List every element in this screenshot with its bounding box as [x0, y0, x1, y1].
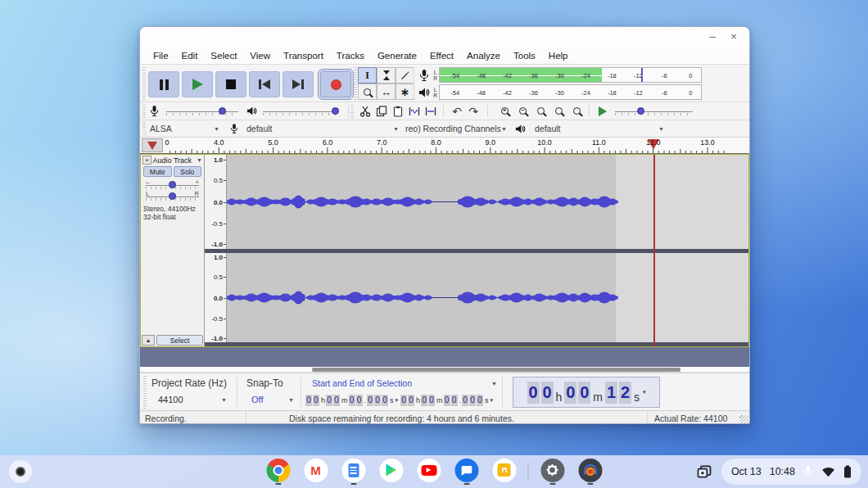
time-unit[interactable]: s [634, 387, 640, 407]
menu-view[interactable]: View [243, 49, 277, 62]
trim-outside-button[interactable] [407, 104, 422, 118]
shelf-app-youtube[interactable] [415, 459, 443, 486]
time-unit[interactable]: . [364, 396, 367, 404]
time-digit[interactable]: 0 [374, 395, 381, 406]
gain-slider[interactable]: – + [144, 178, 201, 189]
waveform-right-channel[interactable] [227, 253, 748, 342]
shelf-app-audacity[interactable] [576, 459, 604, 486]
time-digit[interactable]: 0 [382, 395, 388, 406]
silence-audio-button[interactable] [423, 104, 438, 118]
menu-help[interactable]: Help [542, 49, 575, 62]
skip-to-start-button[interactable] [249, 71, 280, 97]
time-digit[interactable]: 0 [305, 395, 312, 406]
format-dropdown-arrow-icon[interactable]: ▾ [643, 389, 646, 395]
time-digit[interactable]: 0 [421, 395, 427, 406]
record-button[interactable] [320, 71, 351, 97]
time-unit[interactable]: s [485, 396, 489, 404]
playback-meter-bar[interactable]: -54-48-42-36-30-24-18-12-60 [439, 84, 702, 100]
stop-button[interactable] [215, 71, 246, 97]
timeline-ruler[interactable]: 0 4.05.06.07.08.09.010.011.012.013.0 [140, 138, 749, 154]
shelf-app-messages[interactable] [453, 459, 481, 486]
time-unit[interactable]: h [556, 387, 563, 407]
desks-button[interactable] [692, 459, 717, 484]
time-digit[interactable]: 1 [605, 382, 617, 404]
minimize-button[interactable]: – [703, 29, 721, 45]
time-digit[interactable]: 2 [619, 382, 631, 404]
time-digit[interactable]: 0 [451, 395, 458, 406]
zoom-out-button[interactable]: − [515, 104, 530, 118]
toolbar-grip[interactable] [142, 104, 146, 118]
menu-generate[interactable]: Generate [371, 49, 423, 62]
selection-start-field[interactable]: 00h00m00.000s▾ [305, 394, 398, 407]
play-button[interactable] [182, 71, 213, 97]
toolbar-grip[interactable] [142, 66, 146, 100]
recording-device-dropdown[interactable]: default ▼ [246, 122, 399, 135]
time-digit[interactable]: 0 [367, 395, 373, 406]
selection-mode-dropdown[interactable]: Start and End of Selection ▼ [312, 378, 497, 388]
cut-button[interactable] [358, 104, 373, 118]
window-resize-grip[interactable] [739, 415, 748, 424]
pan-knob[interactable] [169, 192, 176, 200]
time-digit[interactable]: 0 [444, 395, 450, 406]
collapse-track-button[interactable]: ▲ [142, 335, 155, 346]
status-area[interactable]: Oct 13 10:48 [721, 459, 861, 485]
toolbar-grip[interactable] [142, 122, 146, 135]
time-digit[interactable]: 0 [356, 395, 363, 406]
menu-analyze[interactable]: Analyze [460, 49, 507, 62]
empty-track-space[interactable] [140, 347, 749, 367]
mute-button[interactable]: Mute [143, 166, 172, 177]
solo-button[interactable]: Solo [174, 166, 202, 177]
shelf-app-keep[interactable] [491, 459, 518, 486]
skip-to-end-button[interactable] [283, 71, 314, 97]
shelf-app-docs[interactable] [340, 459, 368, 486]
undo-button[interactable]: ↶ [450, 104, 464, 118]
waveform-left-channel[interactable] [227, 155, 748, 249]
time-digit[interactable]: 0 [349, 395, 355, 406]
time-digit[interactable]: 0 [477, 395, 483, 406]
recording-volume-knob[interactable] [219, 107, 226, 115]
menu-select[interactable]: Select [204, 49, 243, 62]
snap-to-dropdown[interactable]: Off ▼ [251, 395, 294, 404]
window-titlebar[interactable]: – × [140, 27, 749, 47]
pause-button[interactable] [148, 71, 179, 97]
shelf-app-play-store[interactable] [377, 459, 405, 486]
recording-channels-dropdown[interactable]: reo) Recording Channels ▼ [405, 122, 507, 135]
menu-transport[interactable]: Transport [277, 49, 330, 62]
multi-tool-button[interactable]: ∗ [396, 84, 414, 100]
time-digit[interactable]: 0 [333, 395, 340, 406]
time-digit[interactable]: 0 [541, 382, 554, 404]
time-unit[interactable]: s [390, 396, 394, 404]
shelf-app-gmail[interactable]: M [302, 459, 330, 486]
recording-meter[interactable]: LR -54-48-42-36-30-24-18-12-60 [417, 66, 702, 84]
time-digit[interactable]: 0 [313, 395, 319, 406]
playback-volume-slider[interactable] [263, 106, 338, 117]
zoom-toggle-button[interactable] [569, 104, 584, 118]
pan-slider[interactable]: L R [144, 190, 201, 201]
time-unit[interactable]: h [321, 396, 325, 404]
fit-project-button[interactable] [551, 104, 566, 118]
menu-edit[interactable]: Edit [175, 49, 205, 62]
shelf-app-settings[interactable] [539, 459, 567, 486]
menu-tracks[interactable]: Tracks [330, 49, 371, 62]
track-menu-arrow-icon[interactable]: ▼ [197, 157, 202, 163]
format-dropdown-arrow-icon[interactable]: ▾ [396, 397, 399, 404]
track-title[interactable]: Audio Track [153, 156, 192, 165]
time-digit[interactable]: 0 [326, 395, 332, 406]
time-digit[interactable]: 0 [564, 382, 576, 404]
toolbar-grip[interactable] [350, 104, 354, 118]
time-unit[interactable]: m [436, 396, 443, 404]
menu-effect[interactable]: Effect [423, 49, 460, 62]
gain-knob[interactable] [169, 181, 176, 188]
scrollbar-thumb[interactable] [312, 368, 680, 372]
menu-file[interactable]: File [147, 49, 175, 62]
zoom-in-button[interactable]: + [497, 104, 512, 118]
timeshift-tool-button[interactable]: ↔ [377, 84, 396, 100]
select-track-button[interactable]: Select [156, 335, 203, 346]
copy-button[interactable] [374, 104, 389, 118]
project-rate-dropdown[interactable]: 44100 ▼ [158, 395, 227, 404]
time-digit[interactable]: 0 [462, 395, 468, 406]
playback-meter[interactable]: LR -54-48-42-36-30-24-18-12-60 [417, 84, 702, 101]
shelf-app-chrome[interactable] [264, 459, 292, 486]
time-digit[interactable]: 0 [578, 382, 590, 404]
time-unit[interactable]: m [341, 396, 348, 404]
